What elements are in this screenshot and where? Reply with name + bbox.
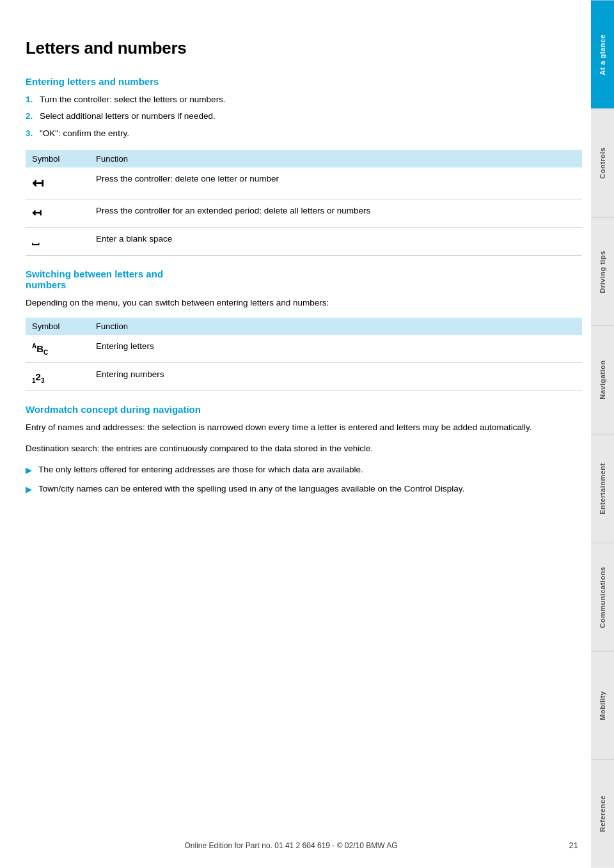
- entering-col-symbol: Symbol: [26, 150, 90, 167]
- note-text-1: The only letters offered for entering ad…: [38, 463, 582, 477]
- function-entering-letters: Entering letters: [90, 335, 582, 363]
- wordmatch-para1: Entry of names and addresses: the select…: [26, 421, 582, 435]
- main-content: Letters and numbers Entering letters and…: [26, 0, 582, 554]
- sidebar-tab-controls[interactable]: Controls: [591, 109, 614, 217]
- symbol-123: 123: [26, 362, 90, 391]
- step-num-2: 2.: [26, 110, 40, 123]
- symbol-backspace-small: ↤: [26, 199, 90, 227]
- entering-symbol-table: Symbol Function ↤ Press the controller: …: [26, 150, 582, 256]
- step-1: 1. Turn the controller: select the lette…: [26, 93, 582, 106]
- entering-table-header-row: Symbol Function: [26, 150, 582, 167]
- step-text-1: Turn the controller: select the letters …: [40, 93, 582, 106]
- table-row: ↤ Press the controller: delete one lette…: [26, 167, 582, 199]
- sidebar: At a glance Controls Driving tips Naviga…: [591, 0, 614, 868]
- sidebar-tab-reference[interactable]: Reference: [591, 759, 614, 868]
- sidebar-tab-entertainment[interactable]: Entertainment: [591, 434, 614, 543]
- note-arrow-icon: ▶: [26, 464, 38, 477]
- footer-text: Online Edition for Part no. 01 41 2 604 …: [0, 841, 582, 850]
- switching-symbol-table: Symbol Function ABC Entering letters 123…: [26, 318, 582, 391]
- wordmatch-para2: Destination search: the entries are cont…: [26, 442, 582, 456]
- sidebar-tab-communications[interactable]: Communications: [591, 543, 614, 651]
- step-num-3: 3.: [26, 127, 40, 140]
- table-row: 123 Entering numbers: [26, 362, 582, 391]
- list-item: ▶ Town/city names can be entered with th…: [26, 483, 582, 496]
- symbol-abc: ABC: [26, 335, 90, 363]
- wordmatch-notes: ▶ The only letters offered for entering …: [26, 463, 582, 496]
- table-row: ⎵ Enter a blank space: [26, 227, 582, 255]
- table-row: ABC Entering letters: [26, 335, 582, 363]
- step-text-3: "OK": confirm the entry.: [40, 127, 582, 140]
- function-delete-all: Press the controller for an extended per…: [90, 199, 582, 227]
- symbol-spacebar: ⎵: [26, 227, 90, 255]
- sidebar-tab-mobility[interactable]: Mobility: [591, 651, 614, 760]
- symbol-backspace-large: ↤: [26, 167, 90, 199]
- table-row: ↤ Press the controller for an extended p…: [26, 199, 582, 227]
- switching-body: Depending on the menu, you can switch be…: [26, 297, 582, 310]
- note-arrow-icon: ▶: [26, 483, 38, 496]
- entering-col-function: Function: [90, 150, 582, 167]
- sidebar-tab-at-a-glance[interactable]: At a glance: [591, 0, 614, 109]
- switching-col-symbol: Symbol: [26, 318, 90, 335]
- steps-list: 1. Turn the controller: select the lette…: [26, 93, 582, 140]
- section-heading-switching: Switching between letters andnumbers: [26, 268, 582, 290]
- section-heading-wordmatch: Wordmatch concept during navigation: [26, 404, 582, 415]
- step-3: 3. "OK": confirm the entry.: [26, 127, 582, 140]
- step-num-1: 1.: [26, 93, 40, 106]
- switching-col-function: Function: [90, 318, 582, 335]
- switching-table-header-row: Symbol Function: [26, 318, 582, 335]
- function-delete-one: Press the controller: delete one letter …: [90, 167, 582, 199]
- function-blank-space: Enter a blank space: [90, 227, 582, 255]
- function-entering-numbers: Entering numbers: [90, 362, 582, 391]
- sidebar-tab-driving-tips[interactable]: Driving tips: [591, 217, 614, 326]
- step-text-2: Select additional letters or numbers if …: [40, 110, 582, 123]
- step-2: 2. Select additional letters or numbers …: [26, 110, 582, 123]
- page-title: Letters and numbers: [26, 38, 582, 58]
- list-item: ▶ The only letters offered for entering …: [26, 463, 582, 477]
- section-heading-entering: Entering letters and numbers: [26, 76, 582, 87]
- sidebar-tab-navigation[interactable]: Navigation: [591, 325, 614, 434]
- note-text-2: Town/city names can be entered with the …: [38, 483, 582, 496]
